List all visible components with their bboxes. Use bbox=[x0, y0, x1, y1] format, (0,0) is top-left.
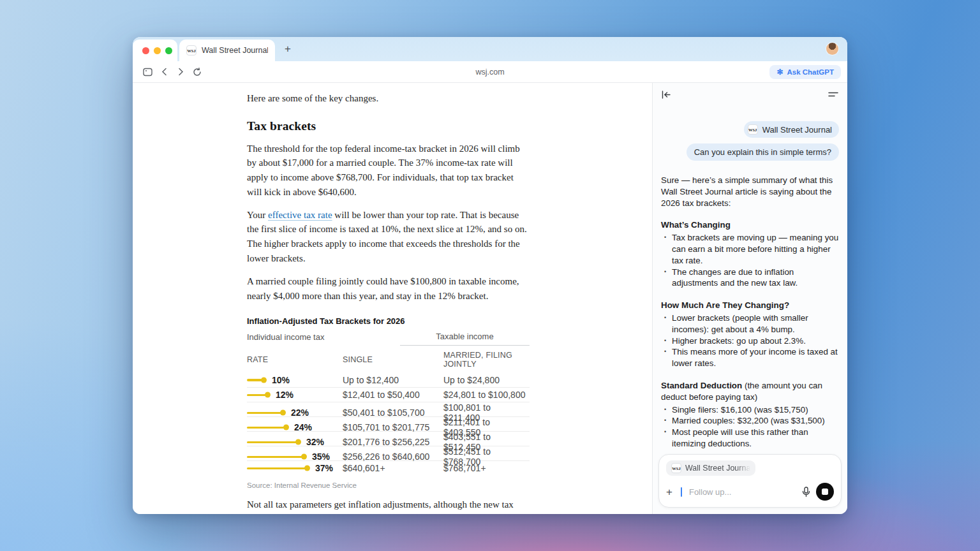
assistant-intro: Sure — here’s a simple summary of what t… bbox=[661, 175, 839, 209]
article-paragraph: The threshold for the top federal income… bbox=[247, 142, 530, 200]
rate-bar bbox=[247, 467, 307, 470]
section-title: Standard Deduction bbox=[661, 381, 742, 390]
wsj-favicon: WSJ bbox=[748, 124, 758, 135]
collapse-sidebar-icon[interactable] bbox=[662, 91, 671, 99]
address-url[interactable]: wsj.com bbox=[475, 68, 504, 77]
rate-bar bbox=[247, 394, 267, 397]
section-bullet: Lower brackets (people with smaller inco… bbox=[661, 312, 839, 335]
rate-bar bbox=[247, 456, 304, 459]
stop-icon bbox=[822, 489, 828, 495]
figure-column-headers: RATE SINGLE MARRIED, FILING JOINTLY bbox=[247, 351, 530, 372]
section-bullet: Higher brackets: go up about 2.3%. bbox=[661, 335, 839, 347]
single-range: $12,401 to $50,400 bbox=[343, 390, 443, 400]
section-title: How Much Are They Changing? bbox=[661, 300, 789, 310]
married-range: $24,801 to $100,800 bbox=[443, 390, 530, 400]
rate-label: 24% bbox=[294, 422, 312, 432]
openai-logo-icon: ✻ bbox=[776, 68, 783, 76]
rate-bar bbox=[247, 379, 264, 381]
maximize-window-button[interactable] bbox=[165, 47, 172, 54]
single-range: $50,401 to $105,700 bbox=[343, 408, 443, 418]
section-bullet: Tax brackets are moving up — meaning you… bbox=[661, 232, 839, 266]
section-bullet: Single filers: $16,100 (was $15,750) bbox=[661, 404, 839, 416]
chatgpt-sidebar: WSJ Wall Street Journal Can you explain … bbox=[652, 83, 847, 514]
new-tab-button[interactable]: + bbox=[281, 42, 295, 56]
chat-transcript: WSJ Wall Street Journal Can you explain … bbox=[653, 106, 847, 450]
section-bullet: The changes are due to inflation adjustm… bbox=[661, 267, 839, 290]
tab-title: Wall Street Journal bbox=[202, 46, 268, 55]
rate-bar bbox=[247, 412, 283, 415]
article-paragraph: A married couple filing jointly could ha… bbox=[247, 274, 530, 304]
browser-window: WSJ Wall Street Journal + bbox=[133, 37, 847, 514]
text-caret bbox=[681, 487, 682, 497]
minimize-window-button[interactable] bbox=[154, 47, 161, 54]
rate-bar bbox=[247, 427, 286, 429]
assistant-reply: Sure — here’s a simple summary of what t… bbox=[661, 175, 839, 450]
tax-brackets-figure: Inflation-Adjusted Tax Brackets for 2026… bbox=[247, 316, 530, 489]
web-page: Here are some of the key changes. Tax br… bbox=[133, 83, 652, 514]
rate-label: 12% bbox=[276, 390, 293, 400]
effective-tax-rate-link[interactable]: effective tax rate bbox=[268, 210, 332, 220]
sidebar-toggle-icon[interactable] bbox=[139, 64, 156, 80]
single-range: $640,601+ bbox=[343, 463, 443, 473]
user-context-chip[interactable]: WSJ Wall Street Journal bbox=[744, 121, 839, 138]
attach-plus-icon[interactable]: + bbox=[666, 487, 672, 497]
figure-row: 37%$640,601+$768,701+ bbox=[247, 460, 530, 475]
composer-context-chip[interactable]: WSJ Wall Street Journal bbox=[666, 460, 755, 476]
article-paragraph: Not all tax parameters get inflation adj… bbox=[247, 497, 530, 514]
figure-row: 35%$256,226 to $640,600$512,451 to $768,… bbox=[247, 446, 530, 460]
browser-toolbar: wsj.com ✻ Ask ChatGPT bbox=[133, 61, 847, 83]
figure-row: 22%$50,401 to $105,700$100,801 to $211,4… bbox=[247, 402, 530, 416]
desktop-wallpaper: WSJ Wall Street Journal + bbox=[0, 0, 980, 551]
article-body: Here are some of the key changes. Tax br… bbox=[247, 83, 530, 514]
rate-label: 32% bbox=[306, 437, 324, 447]
profile-avatar[interactable] bbox=[826, 43, 838, 55]
married-range: Up to $24,800 bbox=[443, 375, 530, 385]
tab-strip: WSJ Wall Street Journal + bbox=[133, 37, 847, 61]
figure-row: 10%Up to $12,400Up to $24,800 bbox=[247, 372, 530, 387]
ask-chatgpt-button[interactable]: ✻ Ask ChatGPT bbox=[769, 65, 841, 79]
tab-wall-street-journal[interactable]: WSJ Wall Street Journal bbox=[179, 40, 275, 61]
microphone-icon[interactable] bbox=[802, 487, 810, 497]
article-heading-tax-brackets: Tax brackets bbox=[247, 119, 530, 133]
forward-icon[interactable] bbox=[172, 64, 189, 80]
wsj-favicon: WSJ bbox=[671, 463, 681, 473]
rate-label: 37% bbox=[315, 463, 333, 473]
single-range: Up to $12,400 bbox=[343, 375, 443, 385]
back-icon[interactable] bbox=[156, 64, 172, 80]
reply-section: What’s ChangingTax brackets are moving u… bbox=[661, 219, 839, 289]
rate-label: 35% bbox=[312, 452, 330, 462]
section-bullet: Most people will use this rather than it… bbox=[661, 427, 839, 450]
married-range: $768,701+ bbox=[443, 463, 530, 473]
figure-row: 12%$12,401 to $50,400$24,801 to $100,800 bbox=[247, 387, 530, 402]
reply-section: How Much Are They Changing?Lower bracket… bbox=[661, 300, 839, 369]
user-message-bubble: Can you explain this in simple terms? bbox=[687, 143, 839, 161]
close-window-button[interactable] bbox=[142, 47, 149, 54]
figure-group-label-left: Individual income tax bbox=[247, 332, 400, 346]
wsj-favicon: WSJ bbox=[186, 45, 197, 55]
section-title: What’s Changing bbox=[661, 220, 731, 230]
figure-source: Source: Internal Revenue Service bbox=[247, 481, 530, 489]
figure-row: 32%$201,776 to $256,225$403,551 to $512,… bbox=[247, 431, 530, 446]
reload-icon[interactable] bbox=[189, 64, 205, 80]
rate-label: 10% bbox=[272, 375, 290, 385]
figure-title: Inflation-Adjusted Tax Brackets for 2026 bbox=[247, 316, 530, 326]
sidebar-header bbox=[653, 83, 847, 106]
window-controls bbox=[133, 40, 177, 61]
single-range: $201,776 to $256,225 bbox=[343, 437, 443, 447]
single-range: $105,701 to $201,775 bbox=[343, 422, 443, 432]
stop-generating-button[interactable] bbox=[816, 483, 834, 501]
chat-menu-icon[interactable] bbox=[828, 91, 838, 98]
article-paragraph: Here are some of the key changes. bbox=[247, 91, 530, 106]
reply-section: Standard Deduction (the amount you can d… bbox=[661, 380, 839, 450]
chat-composer[interactable]: WSJ Wall Street Journal + Follow up... bbox=[658, 454, 842, 508]
section-bullet: Married couples: $32,200 (was $31,500) bbox=[661, 415, 839, 427]
single-range: $256,226 to $640,600 bbox=[343, 452, 443, 462]
followup-input[interactable]: Follow up... bbox=[689, 487, 796, 497]
rate-label: 22% bbox=[291, 408, 309, 418]
rate-bar bbox=[247, 441, 298, 444]
figure-rows: 10%Up to $12,400Up to $24,80012%$12,401 … bbox=[247, 372, 530, 475]
article-paragraph: Your effective tax rate will be lower th… bbox=[247, 208, 530, 266]
figure-row: 24%$105,701 to $201,775$211,401 to $403,… bbox=[247, 416, 530, 431]
section-bullet: This means more of your income is taxed … bbox=[661, 346, 839, 369]
figure-group-label-right: Taxable income bbox=[400, 332, 530, 346]
